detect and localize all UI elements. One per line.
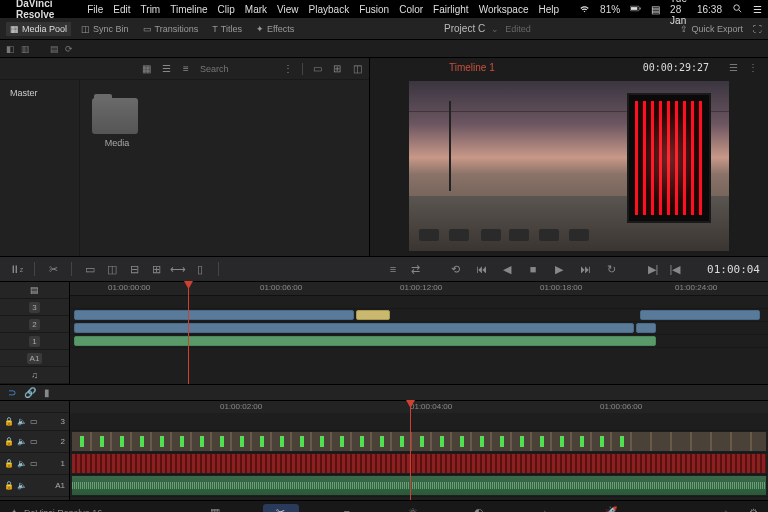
pool-opt-icon-1[interactable]: ▭ bbox=[311, 63, 323, 75]
lower-track-v2[interactable] bbox=[70, 431, 768, 453]
lower-header-v1[interactable]: 🔒 🔈 ▭ 1 bbox=[0, 453, 69, 475]
spotlight-icon[interactable] bbox=[732, 3, 743, 16]
home-icon[interactable]: ⌂ bbox=[723, 507, 729, 512]
lower-clip-a1[interactable] bbox=[72, 476, 766, 495]
lower-track-a1[interactable] bbox=[70, 475, 768, 497]
viewer-timecode[interactable]: 00:00:29:27 bbox=[643, 62, 709, 73]
menu-help[interactable]: Help bbox=[539, 4, 560, 15]
list-view-icon[interactable]: ≡ bbox=[180, 63, 192, 75]
pool-opt-icon-2[interactable]: ⊞ bbox=[331, 63, 343, 75]
tool-icon-2[interactable]: ◫ bbox=[104, 261, 120, 277]
menu-file[interactable]: File bbox=[87, 4, 103, 15]
bin-contents[interactable]: Media bbox=[80, 80, 369, 256]
tool-icon-3[interactable]: ⊟ bbox=[126, 261, 142, 277]
monitor-icon[interactable]: ▭ bbox=[30, 437, 38, 446]
track-header-v2[interactable]: 2 bbox=[0, 316, 69, 333]
lower-timeline-body[interactable]: 01:00:02:0001:00:04:0001:00:06:00 bbox=[70, 401, 768, 500]
lower-clip-v2[interactable] bbox=[72, 432, 766, 451]
tool-icon-4[interactable]: ⊞ bbox=[148, 261, 164, 277]
project-name[interactable]: Project C bbox=[444, 23, 485, 34]
clip-v1-1[interactable] bbox=[74, 323, 634, 333]
settings-gear-icon[interactable]: ⚙ bbox=[749, 507, 758, 512]
input-menu-icon[interactable]: ▤ bbox=[651, 4, 660, 15]
thumbnails-view-icon[interactable]: ▦ bbox=[140, 63, 152, 75]
clip-v2-1[interactable] bbox=[74, 310, 354, 320]
project-chevron-icon[interactable]: ⌄ bbox=[491, 24, 499, 34]
track-header-v1[interactable]: 1 bbox=[0, 333, 69, 350]
page-fairlight[interactable]: ♪ bbox=[527, 504, 563, 513]
menu-workspace[interactable]: Workspace bbox=[479, 4, 529, 15]
lower-header-a1[interactable]: 🔒 🔈 A1 bbox=[0, 475, 69, 497]
monitor-icon[interactable]: ▭ bbox=[30, 459, 38, 468]
menu-timeline[interactable]: Timeline bbox=[170, 4, 207, 15]
lower-track-v3[interactable] bbox=[70, 413, 768, 431]
monitor-icon[interactable]: ▭ bbox=[30, 417, 38, 426]
lock-icon[interactable]: 🔒 bbox=[4, 417, 14, 426]
layout-icon-4[interactable]: ⟳ bbox=[65, 44, 73, 54]
syncbin-tab[interactable]: ◫ Sync Bin bbox=[77, 22, 133, 36]
page-media[interactable]: ▦ bbox=[197, 504, 233, 513]
track-header-v3[interactable]: 3 bbox=[0, 299, 69, 316]
go-start-icon[interactable]: ⏮ bbox=[473, 261, 489, 277]
upper-timeline-body[interactable]: 01:00:00:0001:00:06:0001:00:12:0001:00:1… bbox=[70, 282, 768, 384]
speaker-icon[interactable]: 🔈 bbox=[17, 481, 27, 490]
speaker-icon[interactable]: 🔈 bbox=[17, 459, 27, 468]
quick-export-button[interactable]: ⇪ Quick Export bbox=[676, 22, 747, 36]
clip-a1-1[interactable] bbox=[74, 336, 656, 346]
menu-color[interactable]: Color bbox=[399, 4, 423, 15]
viewer-menu-icon[interactable]: ⋮ bbox=[748, 62, 758, 73]
link-icon[interactable]: 🔗 bbox=[24, 387, 36, 398]
page-cut[interactable]: ✂ bbox=[263, 504, 299, 513]
wifi-icon[interactable] bbox=[579, 3, 590, 16]
menu-trim[interactable]: Trim bbox=[141, 4, 161, 15]
menu-fusion[interactable]: Fusion bbox=[359, 4, 389, 15]
timeline-name-label[interactable]: Timeline 1 bbox=[449, 62, 495, 73]
strip-view-icon[interactable]: ☰ bbox=[160, 63, 172, 75]
menu-playback[interactable]: Playback bbox=[309, 4, 350, 15]
lower-playhead[interactable] bbox=[410, 401, 411, 500]
mediapool-tab[interactable]: ▦ Media Pool bbox=[6, 22, 71, 36]
page-color[interactable]: ◐ bbox=[461, 504, 497, 513]
page-fusion[interactable]: ⚛ bbox=[395, 504, 431, 513]
layout-icon-2[interactable]: ▥ bbox=[21, 44, 30, 54]
lower-track-v1[interactable] bbox=[70, 453, 768, 475]
loop2-icon[interactable]: ↻ bbox=[603, 261, 619, 277]
menu-fairlight[interactable]: Fairlight bbox=[433, 4, 469, 15]
speaker-icon[interactable]: 🔈 bbox=[17, 417, 27, 426]
menu-mark[interactable]: Mark bbox=[245, 4, 267, 15]
menu-view[interactable]: View bbox=[277, 4, 299, 15]
track-v3[interactable] bbox=[70, 296, 768, 309]
track-v2[interactable] bbox=[70, 309, 768, 322]
search-input[interactable] bbox=[200, 64, 260, 74]
lock-icon[interactable]: 🔒 bbox=[4, 481, 14, 490]
audio-tool-icon[interactable]: ♫ bbox=[31, 370, 38, 380]
sleep-icon[interactable]: ⏸z bbox=[8, 261, 24, 277]
viewer-body[interactable] bbox=[370, 76, 768, 256]
upper-playhead[interactable] bbox=[188, 282, 189, 384]
transitions-tab[interactable]: ▭ Transitions bbox=[139, 22, 203, 36]
speaker-icon[interactable]: 🔈 bbox=[17, 437, 27, 446]
step-back-icon[interactable]: ◀ bbox=[499, 261, 515, 277]
lower-header-v3[interactable]: 🔒 🔈 ▭ 3 bbox=[0, 413, 69, 431]
lock-icon[interactable]: 🔒 bbox=[4, 459, 14, 468]
menubar-time[interactable]: 16:38 bbox=[697, 4, 722, 15]
tool-icon-6[interactable]: ▯ bbox=[192, 261, 208, 277]
tool-icon-1[interactable]: ▭ bbox=[82, 261, 98, 277]
clip-v1-2[interactable] bbox=[636, 323, 656, 333]
lower-ruler[interactable]: 01:00:02:0001:00:04:0001:00:06:00 bbox=[70, 401, 768, 413]
page-deliver[interactable]: 🚀 bbox=[593, 504, 629, 513]
clip-v2-3[interactable] bbox=[640, 310, 760, 320]
skip-back-icon[interactable]: ▶| bbox=[645, 261, 661, 277]
layout-icon-3[interactable]: ▤ bbox=[50, 44, 59, 54]
menu-clip[interactable]: Clip bbox=[218, 4, 235, 15]
track-v1[interactable] bbox=[70, 322, 768, 335]
master-bin[interactable]: Master bbox=[6, 86, 73, 100]
stop-icon[interactable]: ■ bbox=[525, 261, 541, 277]
clip-v2-2[interactable] bbox=[356, 310, 390, 320]
upper-ruler[interactable]: 01:00:00:0001:00:06:0001:00:12:0001:00:1… bbox=[70, 282, 768, 296]
skip-fwd-icon[interactable]: |◀ bbox=[667, 261, 683, 277]
effects-tab[interactable]: ✦ Effects bbox=[252, 22, 298, 36]
lower-header-v2[interactable]: 🔒 🔈 ▭ 2 bbox=[0, 431, 69, 453]
pool-opt-icon-3[interactable]: ◫ bbox=[351, 63, 363, 75]
notification-center-icon[interactable]: ☰ bbox=[753, 4, 762, 15]
